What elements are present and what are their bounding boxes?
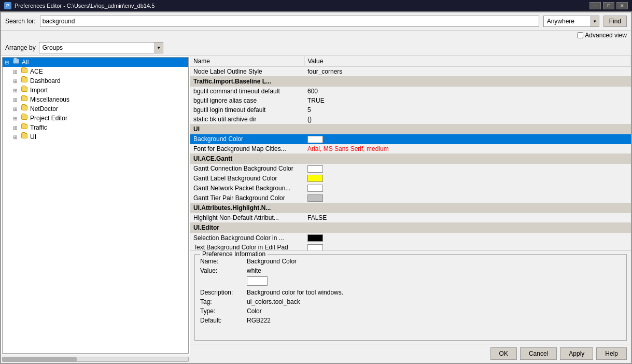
tree-item-dashboard[interactable]: ⊞ Dashboard: [3, 76, 188, 86]
expander-netdoctor[interactable]: ⊞: [13, 106, 21, 112]
pref-value: [304, 174, 631, 184]
pref-info-tag-row: Tag: ui_colors.tool_back: [200, 298, 621, 305]
pref-info-default-row: Default: RGB222: [200, 317, 621, 324]
close-button[interactable]: ✕: [616, 2, 628, 9]
tree-item-misc[interactable]: ⊞ Miscellaneous: [3, 95, 188, 104]
folder-icon-projecteditor: [21, 115, 29, 122]
table-row-background-color[interactable]: Background Color: [190, 134, 631, 144]
pref-name: bgutil ignore alias case: [190, 96, 304, 105]
pref-info-value-row: Value: white: [200, 267, 621, 274]
section-header-ui: UI: [190, 124, 631, 134]
section-label-gantt: UI.ACE.Gantt: [190, 153, 631, 164]
pref-value: [304, 164, 631, 174]
pref-info-name-value: Background Color: [247, 258, 297, 265]
folder-icon-all: [13, 59, 20, 66]
apply-button[interactable]: Apply: [560, 347, 593, 360]
expander-import[interactable]: ⊞: [13, 88, 21, 93]
pref-value-background-color: [304, 134, 631, 144]
folder-icon-ace: [21, 68, 29, 75]
expander-dashboard[interactable]: ⊞: [13, 78, 21, 84]
cancel-button[interactable]: Cancel: [520, 347, 557, 360]
table-row[interactable]: Gantt Label Background Color: [190, 174, 631, 184]
color-swatch-gantt-tier: [307, 194, 323, 202]
col-name-header: Name: [190, 56, 304, 67]
color-swatch-gantt-connection: [307, 165, 323, 173]
ok-button[interactable]: OK: [490, 347, 517, 360]
arrange-dropdown[interactable]: Groups ▼: [39, 42, 163, 53]
maximize-button[interactable]: □: [603, 2, 614, 9]
tree-label-dashboard: Dashboard: [30, 77, 61, 85]
pref-info-name-row: Name: Background Color: [200, 258, 621, 265]
tree-item-projecteditor[interactable]: ⊞ Project Editor: [3, 114, 188, 123]
tree-hscroll-thumb: [3, 357, 77, 361]
tree-hscroll[interactable]: [1, 355, 190, 363]
tree-item-ui[interactable]: ⊞ UI: [3, 132, 188, 142]
prefs-table: Name Value Node Label Outline Style four…: [190, 56, 631, 250]
table-row[interactable]: bgutil command timeout default 600: [190, 87, 631, 96]
tree-item-import[interactable]: ⊞ Import: [3, 86, 188, 95]
prefs-table-area[interactable]: Name Value Node Label Outline Style four…: [190, 56, 631, 250]
expander-traffic[interactable]: ⊞: [13, 125, 21, 131]
advanced-view-row: Advanced view: [1, 31, 631, 40]
table-row[interactable]: Node Label Outline Style four_corners: [190, 67, 631, 77]
table-row[interactable]: Text Background Color in Edit Pad: [190, 243, 631, 250]
tree-label-import: Import: [30, 87, 48, 94]
folder-icon-netdoctor: [21, 105, 29, 113]
bottom-bar: OK Cancel Apply Help: [190, 344, 631, 363]
pref-name: Text Background Color in Edit Pad: [190, 243, 304, 250]
help-button[interactable]: Help: [596, 347, 627, 360]
color-swatch-selection: [307, 234, 323, 242]
search-scope-arrow[interactable]: ▼: [591, 16, 599, 26]
search-toolbar: Search for: Anywhere ▼ Find: [1, 12, 631, 31]
find-button[interactable]: Find: [603, 16, 627, 27]
pref-name: Node Label Outline Style: [190, 67, 304, 77]
pref-value: [304, 233, 631, 243]
minimize-button[interactable]: ─: [589, 2, 601, 9]
table-row[interactable]: Gantt Network Packet Backgroun...: [190, 183, 631, 193]
expander-all[interactable]: ⊟: [5, 60, 13, 65]
pref-info-desc-value: Background color for tool windows.: [247, 289, 343, 296]
tree-item-netdoctor[interactable]: ⊞ NetDoctor: [3, 104, 188, 114]
pref-value: [304, 193, 631, 203]
search-input[interactable]: [40, 16, 539, 27]
pref-name: static bk util archive dir: [190, 115, 304, 124]
table-row[interactable]: Highlight Non-Default Attribut... FALSE: [190, 213, 631, 222]
table-row[interactable]: static bk util archive dir (): [190, 115, 631, 124]
pref-info-value-text: white: [247, 267, 261, 274]
table-row[interactable]: Font for Background Map Cities... Arial,…: [190, 144, 631, 153]
pref-name: Gantt Connection Background Color: [190, 164, 304, 174]
pref-name: bgutil command timeout default: [190, 87, 304, 96]
title-bar-text: Preferences Editor - C:\Users\Lv\op_admi…: [15, 3, 589, 9]
color-swatch-background: [307, 136, 323, 143]
pref-name: Highlight Non-Default Attribut...: [190, 213, 304, 222]
table-row[interactable]: Gantt Tier Pair Background Color: [190, 193, 631, 203]
tree-area[interactable]: ⊟ All ⊞ ACE ⊞ Dashboard ⊞ Import: [2, 57, 189, 354]
table-row[interactable]: bgutil login timeout default 5: [190, 105, 631, 115]
expander-ui[interactable]: ⊞: [13, 134, 21, 140]
expander-ace[interactable]: ⊞: [13, 69, 21, 75]
expander-projecteditor[interactable]: ⊞: [13, 116, 21, 121]
pref-name-background-color: Background Color: [190, 134, 304, 144]
advanced-view-label[interactable]: Advanced view: [577, 32, 627, 39]
section-label-highlight: UI.Attributes.Highlight.N...: [190, 203, 631, 213]
window-controls: ─ □ ✕: [589, 2, 628, 9]
tree-item-all[interactable]: ⊟ All: [3, 58, 188, 67]
tree-item-traffic[interactable]: ⊞ Traffic: [3, 123, 188, 132]
pref-info-default-value: RGB222: [247, 317, 271, 324]
table-row[interactable]: Selection Background Color in ...: [190, 233, 631, 243]
search-scope-dropdown[interactable]: Anywhere ▼: [543, 16, 599, 27]
pref-value: (): [304, 115, 631, 124]
advanced-view-checkbox[interactable]: [577, 32, 583, 38]
table-row[interactable]: bgutil ignore alias case TRUE: [190, 96, 631, 105]
arrange-dropdown-arrow[interactable]: ▼: [155, 43, 163, 53]
prefs-table-header: Name Value: [190, 56, 631, 67]
pref-info-border: Preference Information Name: Background …: [194, 254, 627, 341]
pref-info-default-label: Default:: [200, 317, 247, 324]
pref-info-tag-value: ui_colors.tool_back: [247, 298, 300, 305]
pref-info-title: Preference Information: [200, 250, 268, 258]
table-row[interactable]: Gantt Connection Background Color: [190, 164, 631, 174]
pref-value: four_corners: [304, 67, 631, 77]
expander-misc[interactable]: ⊞: [13, 97, 21, 103]
section-header-editor: UI.Editor: [190, 222, 631, 233]
tree-item-ace[interactable]: ⊞ ACE: [3, 67, 188, 76]
